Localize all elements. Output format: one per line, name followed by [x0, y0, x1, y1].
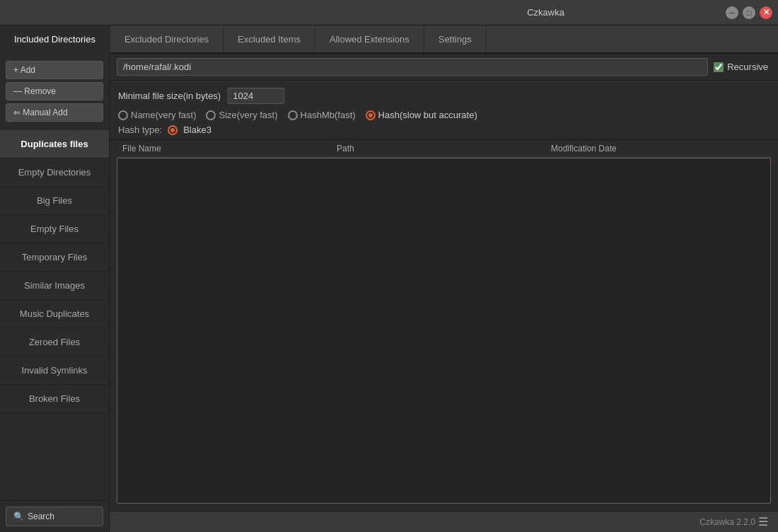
tab-allowed-extensions[interactable]: Allowed Extensions	[315, 25, 424, 52]
tab-included-directories[interactable]: Included Directories	[0, 25, 110, 54]
tab-excluded-directories[interactable]: Excluded Directories	[110, 25, 223, 52]
app-title: Czkawka	[366, 7, 726, 18]
results-table-header: File Name Path Modification Date	[117, 140, 771, 158]
sidebar-item-big-files[interactable]: Big Files	[0, 187, 109, 215]
add-button[interactable]: + Add	[6, 61, 103, 79]
min-size-input[interactable]	[228, 88, 284, 104]
radio-hashmb-fast[interactable]: HashMb(fast)	[288, 110, 356, 120]
recursive-checkbox[interactable]	[714, 62, 724, 72]
hamburger-button[interactable]: ☰	[755, 514, 771, 530]
hash-type-label: Hash type:	[118, 125, 162, 135]
sidebar-item-temporary-files[interactable]: Temporary Files	[0, 243, 109, 272]
manual-add-button[interactable]: ⇐ Manual Add	[6, 103, 103, 122]
results-area: File Name Path Modification Date	[110, 140, 778, 511]
sidebar-item-music-duplicates[interactable]: Music Duplicates	[0, 300, 109, 328]
radio-hash-slow-accurate[interactable]: Hash(slow but accurate)	[366, 110, 477, 120]
column-header-path: Path	[337, 144, 551, 154]
tab-bar: Included Directories Excluded Directorie…	[0, 25, 778, 54]
sidebar-item-broken-files[interactable]: Broken Files	[0, 385, 109, 413]
radio-label-size: Size(very fast)	[219, 110, 277, 120]
sidebar-item-invalid-symlinks[interactable]: Invalid Symlinks	[0, 357, 109, 385]
min-size-row: Minimal file size(in bytes)	[118, 88, 770, 104]
tab-excluded-items[interactable]: Excluded Items	[223, 25, 315, 52]
version-text: Czkawka 2.2.0	[699, 517, 755, 527]
sidebar-item-empty-files[interactable]: Empty Files	[0, 215, 109, 243]
radio-circle-hashmb	[288, 110, 298, 120]
close-button[interactable]: ✕	[760, 6, 772, 19]
maximize-button[interactable]: □	[743, 6, 755, 19]
radio-label-hash-slow: Hash(slow but accurate)	[378, 110, 477, 120]
main-layout: + Add — Remove ⇐ Manual Add Duplicates f…	[0, 54, 778, 532]
directory-path-area: Recursive	[110, 54, 778, 81]
radio-options-row: Name(very fast) Size(very fast) HashMb(f…	[118, 110, 770, 120]
recursive-area: Recursive	[714, 62, 771, 72]
minimize-button[interactable]: ─	[726, 6, 738, 19]
radio-circle-name	[118, 110, 128, 120]
search-icon: 🔍	[13, 511, 24, 521]
radio-name-very-fast[interactable]: Name(very fast)	[118, 110, 196, 120]
hash-type-value: Blake3	[183, 125, 211, 135]
window-controls: ─ □ ✕	[726, 6, 772, 19]
sidebar-nav: Duplicates files Empty Directories Big F…	[0, 126, 109, 500]
sidebar-item-similar-images[interactable]: Similar Images	[0, 272, 109, 300]
content-area: Recursive Minimal file size(in bytes) Na…	[110, 54, 778, 532]
hash-type-radio-circle	[168, 125, 178, 135]
hash-type-row: Hash type: Blake3	[118, 125, 770, 135]
sidebar-item-empty-directories[interactable]: Empty Directories	[0, 158, 109, 187]
sidebar: + Add — Remove ⇐ Manual Add Duplicates f…	[0, 54, 110, 532]
radio-label-name: Name(very fast)	[131, 110, 196, 120]
results-table-body[interactable]	[117, 158, 771, 504]
search-button-label: Search	[28, 511, 54, 521]
min-size-label: Minimal file size(in bytes)	[118, 91, 221, 101]
recursive-label: Recursive	[727, 62, 768, 72]
radio-circle-size	[206, 110, 216, 120]
directory-path-input[interactable]	[117, 58, 708, 76]
remove-button[interactable]: — Remove	[6, 82, 103, 100]
radio-label-hashmb: HashMb(fast)	[301, 110, 356, 120]
title-bar: Czkawka ─ □ ✕	[0, 0, 778, 25]
settings-panel: Minimal file size(in bytes) Name(very fa…	[110, 81, 778, 140]
column-header-filename: File Name	[122, 144, 337, 154]
tab-settings[interactable]: Settings	[424, 25, 487, 52]
search-button[interactable]: 🔍 Search	[6, 507, 103, 526]
radio-circle-hash-slow	[366, 110, 376, 120]
sidebar-item-zeroed-files[interactable]: Zeroed Files	[0, 328, 109, 357]
sidebar-bottom: 🔍 Search	[0, 500, 109, 532]
bottom-bar: Czkawka 2.2.0 ☰	[110, 511, 778, 532]
radio-size-very-fast[interactable]: Size(very fast)	[206, 110, 277, 120]
sidebar-buttons: + Add — Remove ⇐ Manual Add	[0, 54, 109, 126]
sidebar-item-duplicates-files[interactable]: Duplicates files	[0, 130, 109, 158]
column-header-modification-date: Modification Date	[551, 144, 765, 154]
